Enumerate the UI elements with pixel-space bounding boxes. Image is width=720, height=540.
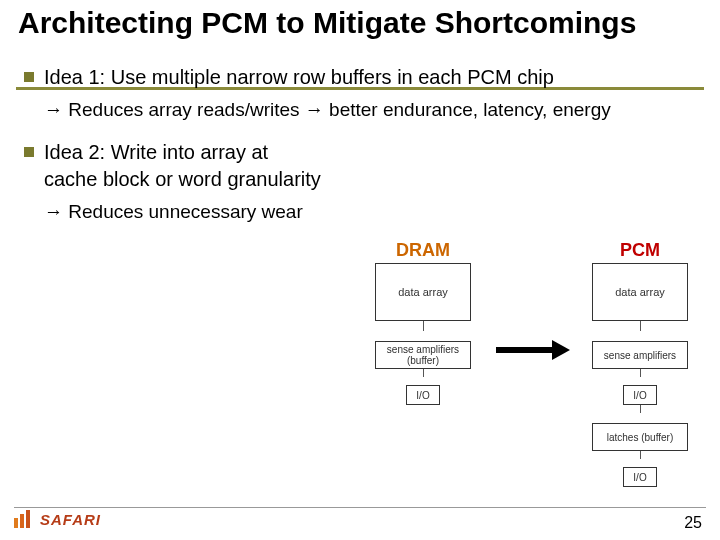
dram-column: DRAM data array sense amplifiers (buffer… bbox=[358, 240, 488, 405]
pcm-latches-box: latches (buffer) bbox=[592, 423, 688, 451]
square-bullet-icon bbox=[24, 147, 34, 157]
dram-data-array-box: data array bbox=[375, 263, 471, 321]
pcm-sense-amplifiers-box: sense amplifiers bbox=[592, 341, 688, 369]
content-area: Idea 1: Use multiple narrow row buffers … bbox=[24, 64, 714, 224]
arrow-icon bbox=[496, 340, 568, 360]
logo-bars-icon bbox=[14, 510, 36, 528]
pcm-title: PCM bbox=[580, 240, 700, 261]
footer-divider bbox=[14, 507, 706, 508]
safari-logo: SAFARI bbox=[14, 510, 101, 528]
architecture-diagram: DRAM data array sense amplifiers (buffer… bbox=[348, 240, 708, 490]
bullet-idea-2-row: Idea 2: Write into array at cache block … bbox=[24, 139, 714, 225]
idea-2-sub: → Reduces unnecessary wear bbox=[44, 199, 322, 225]
pcm-io-box-1: I/O bbox=[623, 385, 657, 405]
dram-io-box: I/O bbox=[406, 385, 440, 405]
dram-title: DRAM bbox=[358, 240, 488, 261]
pcm-data-array-box: data array bbox=[592, 263, 688, 321]
logo-text: SAFARI bbox=[40, 511, 101, 528]
bullet-idea-2: Idea 2: Write into array at cache block … bbox=[24, 139, 322, 193]
dram-sense-amplifiers-box: sense amplifiers (buffer) bbox=[375, 341, 471, 369]
square-bullet-icon bbox=[24, 72, 34, 82]
idea-1-text: Idea 1: Use multiple narrow row buffers … bbox=[44, 64, 554, 91]
idea-1-sub: → Reduces array reads/writes → better en… bbox=[44, 97, 714, 123]
idea-2-text: Idea 2: Write into array at cache block … bbox=[44, 139, 322, 193]
connector-line bbox=[640, 451, 641, 459]
connector-line bbox=[640, 321, 641, 331]
slide-title: Architecting PCM to Mitigate Shortcoming… bbox=[18, 6, 702, 41]
page-number: 25 bbox=[684, 514, 702, 532]
connector-line bbox=[640, 369, 641, 377]
bullet-idea-1: Idea 1: Use multiple narrow row buffers … bbox=[24, 64, 714, 91]
connector-line bbox=[423, 321, 424, 331]
connector-line bbox=[423, 369, 424, 377]
title-wrap: Architecting PCM to Mitigate Shortcoming… bbox=[18, 6, 702, 41]
pcm-column: PCM data array sense amplifiers I/O latc… bbox=[580, 240, 700, 487]
pcm-io-box-2: I/O bbox=[623, 467, 657, 487]
connector-line bbox=[640, 405, 641, 413]
slide: Architecting PCM to Mitigate Shortcoming… bbox=[0, 0, 720, 540]
